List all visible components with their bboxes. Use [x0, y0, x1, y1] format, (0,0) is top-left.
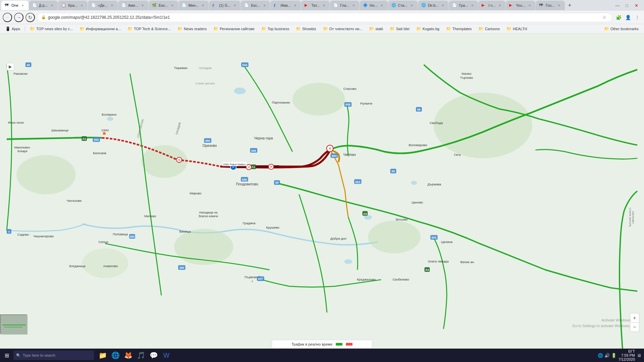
taskbar-time-display[interactable]: БГТ 7:59 PM 7/12/2020 — [619, 349, 635, 361]
tab-label-no: Но... — [370, 3, 377, 7]
tab-kra[interactable]: 📋 Кра... × — [58, 1, 88, 10]
bookmark-showbiz[interactable]: 📁 Showbiz — [293, 26, 319, 32]
taskbar-app-word[interactable]: W — [160, 349, 172, 361]
bookmark-sait-idei[interactable]: 📁 Sait Idei — [387, 26, 412, 32]
svg-text:Садово: Садово — [17, 233, 29, 236]
bookmark-membership[interactable]: 📁 От членството ни... — [320, 26, 365, 32]
tab-gla[interactable]: 📄 Гла... × — [330, 1, 359, 10]
bookmark-statii[interactable]: 📁 statii — [366, 26, 386, 32]
tab-one[interactable]: 🗺 One × — [1, 1, 29, 10]
tab-close-gra[interactable]: × — [470, 3, 475, 8]
tab-eks[interactable]: 📄 Екс... × — [241, 1, 270, 10]
battery-icon[interactable]: 🔋 — [611, 353, 616, 358]
bookmark-themplates[interactable]: 📁 Themplates — [443, 26, 474, 32]
maximize-button[interactable]: □ — [623, 2, 631, 9]
network-icon[interactable]: 🌐 — [598, 353, 603, 358]
bookmark-health[interactable]: 📁 HEALTH — [504, 26, 530, 32]
tab-close-eko[interactable]: × — [170, 3, 175, 8]
tab-close-kra[interactable]: × — [79, 3, 84, 8]
zoom-out-button[interactable]: − — [630, 322, 639, 332]
tab-close-min[interactable]: × — [201, 3, 205, 8]
bookmark-health-label: HEALTH — [513, 27, 527, 31]
taskbar-app-explorer[interactable]: 📁 — [97, 349, 109, 361]
tab-close-sta[interactable]: × — [410, 3, 414, 8]
svg-text:Селци: Селци — [98, 240, 108, 244]
tab-dr[interactable]: 📄 Д-р... × — [29, 1, 58, 10]
taskbar-app-5[interactable]: 💬 — [148, 349, 160, 361]
start-button[interactable]: ⊞ — [0, 349, 13, 362]
bookmark-top-tech[interactable]: 📁 TOP Tech & Science... — [125, 26, 173, 32]
tab-close-goo[interactable]: × — [557, 3, 561, 8]
taskbar-app-chrome[interactable]: 🌐 — [109, 349, 121, 361]
extensions-icon[interactable]: 🧩 — [614, 13, 623, 21]
map-svg[interactable]: 664 66 565 666 565 664 608 66 66 666 68 … — [0, 34, 644, 349]
tab-ame[interactable]: 📄 Аме... × — [118, 1, 148, 10]
tab-yt1[interactable]: ▶ I ч... × — [478, 1, 505, 10]
tab-no[interactable]: 🔷 Но... × — [360, 1, 387, 10]
tab-close-gla[interactable]: × — [351, 3, 356, 8]
taskbar-app-3[interactable]: 🦊 — [122, 349, 134, 361]
tab-tat[interactable]: ▶ Тат... × — [301, 1, 330, 10]
tab-dir[interactable]: 🌐 Dir.b... × — [418, 1, 449, 10]
bookmark-icon[interactable]: ☆ — [601, 14, 608, 21]
tab-sta[interactable]: 🌐 Ста... × — [388, 1, 418, 10]
svg-text:Чирпан: Чирпан — [343, 153, 356, 157]
tab-ima[interactable]: f Има... × — [270, 1, 301, 10]
bookmark-info-label: Информационни а... — [86, 27, 121, 31]
svg-text:ПЛОВДИВ: ПЛОВДИВ — [199, 67, 212, 70]
tab-close-ima[interactable]: × — [293, 3, 298, 8]
tab-close-dir[interactable]: × — [440, 3, 445, 8]
traffic-info-bar[interactable]: Трафик в реално време — [272, 340, 372, 349]
bookmark-top-business[interactable]: 📁 Top business — [259, 26, 292, 32]
svg-text:66: 66 — [27, 63, 30, 67]
taskbar-search[interactable]: 🔍 Type here to search — [13, 351, 94, 360]
forward-button[interactable]: → — [14, 13, 23, 22]
address-box[interactable]: 🔒 google.com/maps/@42.1822796,25.2051252… — [37, 13, 612, 22]
bookmark-cartoons[interactable]: 📁 Cartoons — [476, 26, 502, 32]
bookmark-cartoons-label: Cartoons — [485, 27, 500, 31]
taskbar-app-4[interactable]: 🎵 — [135, 349, 147, 361]
tab-favicon-sta: 🌐 — [391, 3, 396, 8]
bookmark-kogato[interactable]: 📁 Kogato.bg — [414, 26, 442, 32]
tab-fb1[interactable]: f (1) G... × — [209, 1, 240, 10]
menu-icon[interactable]: ⋮ — [633, 13, 641, 21]
bookmark-regional[interactable]: 📁 Регионални сайтове — [211, 26, 257, 32]
tab-min[interactable]: 📄 Мин... × — [178, 1, 209, 10]
bookmark-themplates-label: Themplates — [452, 27, 472, 31]
tab-gra[interactable]: 📄 Гра... × — [449, 1, 478, 10]
tab-you[interactable]: ▶ You... × — [506, 1, 535, 10]
tab-close-eks[interactable]: × — [262, 3, 267, 8]
map-container[interactable]: 664 66 565 666 565 664 608 66 66 666 68 … — [0, 34, 644, 349]
bookmark-info[interactable]: 📁 Информационни а... — [77, 26, 123, 32]
close-button[interactable]: ✕ — [633, 2, 640, 9]
tab-close-fb1[interactable]: × — [232, 3, 237, 8]
tab-label-dr: Д-р... — [39, 3, 48, 7]
activate-windows-watermark[interactable]: Activate Windows Go to Settings to activ… — [572, 317, 631, 328]
back-button[interactable]: ← — [3, 13, 12, 22]
folder-icon-info: 📁 — [79, 26, 85, 31]
volume-icon[interactable]: 🔊 — [604, 353, 610, 358]
profile-icon[interactable]: 👤 — [624, 13, 632, 21]
bookmark-apps[interactable]: 📱 Apps — [3, 26, 23, 32]
tab-close-one[interactable]: × — [20, 3, 25, 8]
bookmark-top-news[interactable]: 📁 TOP news sites by c... — [27, 26, 75, 32]
minimize-button[interactable]: — — [614, 2, 621, 9]
bookmark-news-readers[interactable]: 📁 News readers — [175, 26, 209, 32]
tab-close-you[interactable]: × — [527, 3, 532, 8]
tab-de[interactable]: 📄 «Де... × — [88, 1, 118, 10]
tab-close-dr[interactable]: × — [50, 3, 54, 8]
tab-close-no[interactable]: × — [380, 3, 384, 8]
tab-label-eks: Екс... — [251, 3, 260, 7]
mini-map-thumbnail[interactable] — [0, 314, 27, 334]
bookmark-other[interactable]: 📁 Other bookmarks — [601, 26, 641, 32]
show-desktop-button[interactable]: 🖥 — [637, 353, 641, 358]
new-tab-button[interactable]: + — [565, 1, 575, 10]
tab-eko[interactable]: 🌿 Еко... × — [149, 1, 178, 10]
tab-goo[interactable]: 🗺 Гоо... × — [536, 1, 565, 10]
tab-close-yt1[interactable]: × — [497, 3, 502, 8]
tab-close-de[interactable]: × — [110, 3, 114, 8]
tab-close-ame[interactable]: × — [140, 3, 145, 8]
reload-button[interactable]: ↻ — [25, 13, 35, 22]
zoom-in-button[interactable]: + — [630, 313, 639, 322]
tab-close-tat[interactable]: × — [322, 3, 326, 8]
